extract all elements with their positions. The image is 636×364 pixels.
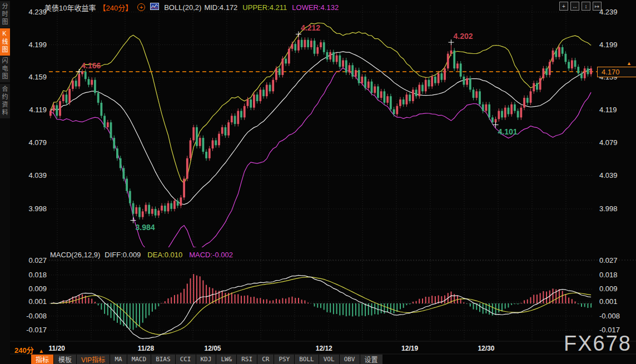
sidebar-item-time-chart[interactable]: 分时图 xyxy=(0,1,10,28)
x-tick-label: 12/12 xyxy=(316,345,332,352)
tab-settings[interactable]: 设置 xyxy=(360,355,382,364)
tab-psy[interactable]: PSY xyxy=(274,355,294,364)
chart-tools: + ↔ ↕ ↦ xyxy=(559,2,602,11)
tab-kdj[interactable]: KDJ xyxy=(196,355,216,364)
x-tick-label: 11/28 xyxy=(138,345,155,352)
tab-cr[interactable]: CR xyxy=(257,355,274,364)
x-tick-label: 12/30 xyxy=(478,345,494,352)
y-tick-label: 0.018 xyxy=(28,271,47,279)
tab-macd[interactable]: MACD xyxy=(127,355,151,364)
y-tick-label: 0.001 xyxy=(28,297,47,306)
y-tick-label: -0.008 xyxy=(599,312,620,320)
tab-indicator[interactable]: 指标 xyxy=(31,355,53,364)
price-annotation: 4.202 xyxy=(453,32,473,41)
y-tick-label: 3.998 xyxy=(599,205,618,213)
chart-header: 美债10年收益率 【240分】 + BOLL(20,2) MID:4.172 U… xyxy=(44,3,339,12)
instrument-title: 美债10年收益率 xyxy=(44,2,96,13)
chart-application: 4.2394.2394.1994.1994.1594.1594.1194.119… xyxy=(0,0,636,364)
tab-cci[interactable]: CCI xyxy=(176,355,196,364)
y-tick-label: 0.009 xyxy=(599,285,618,293)
y-tick-label: 4.119 xyxy=(29,106,47,114)
sidebar-item-kline-chart[interactable]: K线图 xyxy=(0,28,10,56)
watermark: FX678 xyxy=(564,332,632,356)
macd-header: MACD(26,12,9) DIFF:0.009 DEA:0.010 MACD:… xyxy=(50,251,233,259)
y-tick-label: 0.027 xyxy=(28,256,47,265)
tab-rsi[interactable]: RSI xyxy=(237,355,257,364)
price-annotation: 4.212 xyxy=(301,23,320,32)
y-tick-label: -0.017 xyxy=(26,326,47,334)
tab-lw[interactable]: LW& xyxy=(216,355,236,364)
y-tick-label: 4.079 xyxy=(599,138,618,147)
sidebar: 分时图 K线图 闪电图 合约资料 xyxy=(0,0,10,364)
interval-tag[interactable]: 【240分】 xyxy=(98,2,132,13)
indicator-toolbar: 指标 模板 VIP指标 MA MACD BIAS CCI KDJ LW& RSI… xyxy=(31,355,382,364)
x-tick-label: 12/05 xyxy=(205,345,221,352)
interval-selector[interactable]: 240分 ▲ xyxy=(14,345,44,355)
price-annotation: 4.101 xyxy=(498,127,518,136)
x-tick-label: 11/20 xyxy=(49,345,66,352)
price-annotation: 3.984 xyxy=(136,223,155,232)
y-tick-label: 4.199 xyxy=(599,41,618,49)
macd-panel xyxy=(51,274,591,338)
tab-bias[interactable]: BIAS xyxy=(151,355,175,364)
interval-label: 240分 xyxy=(14,346,34,355)
y-tick-label: 3.998 xyxy=(28,205,47,213)
macd-dea-value: DEA:0.010 xyxy=(147,251,182,259)
v-scale-icon[interactable]: ↕ xyxy=(582,2,590,11)
tab-obv[interactable]: OBV xyxy=(340,355,360,364)
boll-label: BOLL(20,2) xyxy=(164,3,201,12)
boll-lower-value: LOWER:4.132 xyxy=(292,3,339,12)
y-tick-label: -0.008 xyxy=(26,312,47,320)
price-pin-icon: ▲ xyxy=(627,61,632,66)
y-tick-label: 0.001 xyxy=(599,297,618,306)
last-price-tag: 4.170 xyxy=(597,67,636,77)
y-tick-label: 4.119 xyxy=(599,106,617,114)
price-annotation: 4.166 xyxy=(81,61,101,70)
sidebar-item-flash-chart[interactable]: 闪电图 xyxy=(0,56,10,82)
macd-diff-value: DIFF:0.009 xyxy=(105,251,141,259)
y-tick-label: 0.027 xyxy=(599,256,618,265)
tab-template[interactable]: 模板 xyxy=(54,355,76,364)
sidebar-item-contract-info[interactable]: 合约资料 xyxy=(0,84,10,118)
y-tick-label: 0.018 xyxy=(599,271,618,279)
tab-vip-indicator[interactable]: VIP指标 xyxy=(77,355,110,364)
boll-mid-value: MID:4.172 xyxy=(204,3,237,12)
tab-vol[interactable]: VOL xyxy=(319,355,339,364)
tab-ma[interactable]: MA xyxy=(110,355,126,364)
y-tick-label: 4.039 xyxy=(28,171,47,179)
chart-thumbnail-icon[interactable] xyxy=(150,3,159,12)
h-scale-icon[interactable]: ↔ xyxy=(570,2,579,11)
chevron-up-icon: ▲ xyxy=(38,348,44,354)
macd-bar-value: MACD:-0.002 xyxy=(189,251,233,259)
tab-boll[interactable]: BOLL xyxy=(295,355,319,364)
macd-params-label: MACD(26,12,9) xyxy=(50,251,100,259)
x-tick-label: 12/19 xyxy=(401,345,418,352)
y-tick-label: 4.199 xyxy=(28,41,47,49)
boll-upper-value: UPPER:4.211 xyxy=(242,3,287,12)
circle-plus-icon[interactable]: + xyxy=(137,3,145,11)
shift-right-icon[interactable]: ↦ xyxy=(593,2,602,11)
move-icon[interactable]: + xyxy=(559,2,568,11)
y-tick-label: 4.079 xyxy=(28,138,47,147)
y-tick-label: 0.009 xyxy=(28,285,47,293)
candlestick-chart[interactable]: 4.2394.2394.1994.1994.1594.1594.1194.119… xyxy=(0,0,636,364)
y-tick-label: 4.159 xyxy=(28,73,47,81)
y-tick-label: 4.239 xyxy=(599,8,618,16)
y-tick-label: 4.039 xyxy=(599,171,618,179)
